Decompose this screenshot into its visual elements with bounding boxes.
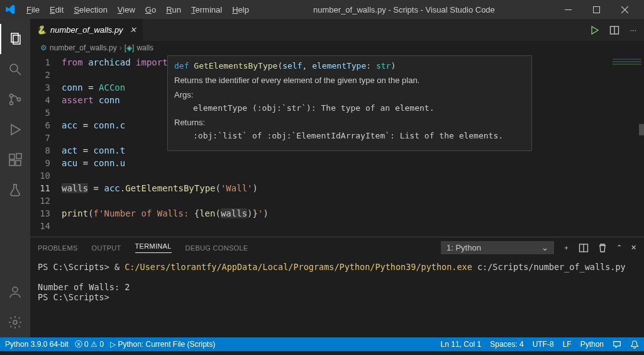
explorer-view-icon[interactable] (0, 24, 30, 54)
testing-icon[interactable] (0, 175, 30, 205)
maximize-panel-icon[interactable]: ⌃ (616, 244, 622, 252)
feedback-icon[interactable] (613, 340, 621, 349)
chevron-right-icon: › (119, 43, 122, 52)
window-title: number_of_walls.py - Scripts - Visual St… (254, 5, 554, 14)
status-spaces[interactable]: Spaces: 4 (490, 340, 523, 349)
menu-run[interactable]: Run (161, 3, 186, 17)
status-line-col[interactable]: Ln 11, Col 1 (441, 340, 482, 349)
tab-problems[interactable]: PROBLEMS (38, 244, 78, 252)
menu-file[interactable]: File (21, 3, 45, 17)
minimize-button[interactable] (554, 0, 582, 19)
minimap[interactable] (609, 55, 644, 237)
tab-terminal[interactable]: TERMINAL (135, 242, 172, 253)
menu-edit[interactable]: Edit (45, 3, 69, 17)
more-actions-icon[interactable]: ··· (630, 25, 636, 35)
svg-point-6 (10, 94, 13, 98)
hover-description: Returns the identifier of every element … (174, 76, 525, 85)
svg-rect-10 (9, 161, 14, 166)
svg-point-7 (10, 102, 13, 105)
status-eol[interactable]: LF (563, 340, 572, 349)
scrollbar-indicator[interactable] (639, 124, 644, 135)
terminal-selector[interactable]: 1: Python ⌄ (441, 241, 554, 254)
svg-point-13 (13, 287, 18, 292)
extensions-icon[interactable] (0, 145, 30, 175)
split-editor-icon[interactable] (609, 25, 619, 35)
split-terminal-icon[interactable] (579, 243, 589, 253)
status-debug-config[interactable]: ▷ Python: Current File (Scripts) (110, 340, 215, 349)
menubar: File Edit Selection View Go Run Terminal… (0, 0, 644, 19)
line-number-gutter: 1234567891011121314 (30, 55, 62, 237)
breadcrumb-file[interactable]: number_of_walls.py (50, 43, 117, 52)
bottom-panel: PROBLEMS OUTPUT TERMINAL DEBUG CONSOLE 1… (30, 237, 644, 337)
notifications-icon[interactable] (630, 340, 639, 349)
chevron-down-icon: ⌄ (541, 243, 548, 252)
svg-rect-11 (16, 161, 21, 166)
code-editor[interactable]: 1234567891011121314 from archicad import… (30, 55, 644, 237)
settings-gear-icon[interactable] (0, 307, 30, 337)
terminal-content[interactable]: PS C:\Scripts> & C:/Users/tlorantfy/AppD… (30, 258, 644, 337)
python-file-icon: 🐍 (36, 25, 47, 35)
status-interpreter[interactable]: Python 3.9.0 64-bit (5, 340, 69, 349)
menu-help[interactable]: Help (227, 3, 254, 17)
panel-tabs: PROBLEMS OUTPUT TERMINAL DEBUG CONSOLE 1… (30, 237, 644, 258)
breadcrumb[interactable]: ⚙ number_of_walls.py › [◈] walls (30, 41, 644, 55)
close-button[interactable] (611, 0, 639, 19)
svg-rect-0 (565, 9, 572, 10)
svg-rect-3 (13, 35, 20, 44)
svg-point-4 (10, 64, 18, 72)
python-file-icon: ⚙ (40, 43, 47, 52)
breadcrumb-symbol[interactable]: walls (136, 43, 153, 52)
svg-point-14 (13, 320, 17, 324)
activity-bar (0, 19, 30, 337)
menu-terminal[interactable]: Terminal (186, 3, 227, 17)
tab-debug-console[interactable]: DEBUG CONSOLE (186, 244, 248, 252)
svg-rect-12 (16, 154, 21, 159)
source-control-icon[interactable] (0, 84, 30, 115)
svg-rect-1 (594, 6, 600, 13)
svg-line-5 (17, 71, 21, 75)
status-language[interactable]: Python (580, 340, 604, 349)
status-bar: Python 3.9.0 64-bit ⓧ 0 ⚠ 0 ▷ Python: Cu… (0, 337, 644, 351)
vscode-icon (5, 4, 15, 14)
tab-filename: number_of_walls.py (50, 25, 123, 35)
run-python-file-icon[interactable] (589, 25, 599, 35)
menu-view[interactable]: View (113, 3, 140, 17)
close-panel-icon[interactable]: ✕ (631, 244, 636, 252)
new-terminal-icon[interactable]: ＋ (563, 243, 570, 252)
account-icon[interactable] (0, 277, 30, 307)
svg-rect-9 (9, 154, 14, 159)
status-encoding[interactable]: UTF-8 (533, 340, 554, 349)
search-view-icon[interactable] (0, 54, 30, 84)
variable-icon: [◈] (125, 43, 135, 52)
status-problems[interactable]: ⓧ 0 ⚠ 0 (75, 339, 104, 350)
run-debug-icon[interactable] (0, 115, 30, 145)
menu-selection[interactable]: Selection (69, 3, 112, 17)
tab-close-icon[interactable]: ✕ (130, 25, 136, 35)
tab-output[interactable]: OUTPUT (92, 244, 121, 252)
maximize-button[interactable] (582, 0, 611, 19)
kill-terminal-icon[interactable] (597, 243, 608, 253)
svg-point-8 (18, 98, 21, 101)
svg-rect-2 (11, 33, 18, 42)
hover-tooltip: def GetElementsByType(self, elementType:… (167, 55, 532, 151)
menu-go[interactable]: Go (140, 3, 161, 17)
tab-number-of-walls[interactable]: 🐍 number_of_walls.py ✕ (30, 19, 143, 41)
window-controls (554, 0, 639, 19)
editor-tabs: 🐍 number_of_walls.py ✕ ··· (30, 19, 644, 41)
